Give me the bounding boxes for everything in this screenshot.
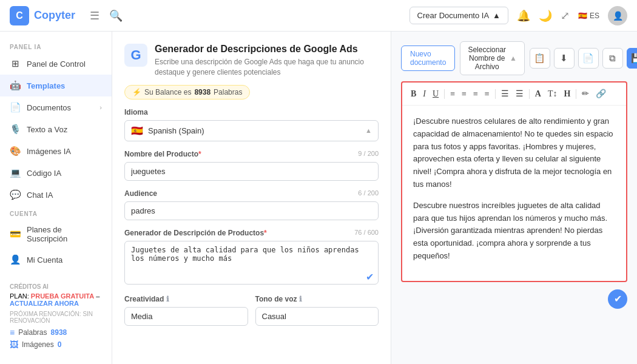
tab-nuevo-documento[interactable]: Nuevo documento [401, 46, 455, 71]
language-select[interactable]: 🇪🇸 Spanish (Spain) ▲ [124, 120, 379, 141]
producto-input[interactable] [124, 162, 379, 181]
ordered-list-button[interactable]: ☰ [499, 87, 511, 100]
desc-textarea[interactable]: Juguetes de alta calidad para que los ni… [124, 241, 379, 285]
share-button[interactable]: 📄 [578, 48, 599, 69]
copy-button[interactable]: 📋 [530, 48, 550, 69]
sidebar-item-imagenes-ia[interactable]: 🎨 Imágenes IA [0, 140, 112, 162]
select-filename-button[interactable]: Seleccionar Nombre de Archivo ▲ [460, 41, 525, 75]
sidebar-item-documentos[interactable]: 📄 Documentos › [0, 96, 112, 118]
crear-doc-label: Crear Documento IA [417, 11, 490, 20]
font-size-button[interactable]: A [533, 88, 544, 100]
sidebar-item-planes[interactable]: 💳 Planes de Suscripción [0, 220, 112, 249]
sidebar: PANEL IA ⊞ Panel de Control 🤖 Templates … [0, 32, 112, 364]
balance-label: Su Balance es [144, 88, 191, 96]
prueba-gratuita-link[interactable]: PRUEBA GRATUITA [31, 292, 94, 300]
align-left-button[interactable]: ≡ [448, 88, 457, 100]
doc-tabs: Nuevo documento [401, 46, 455, 71]
language-flag[interactable]: 🇪🇸 ES [578, 12, 599, 20]
sidebar-label-documentos: Documentos [27, 103, 71, 112]
chat-icon: 💬 [10, 189, 21, 200]
rich-toolbar: B I U ≡ ≡ ≡ ≡ ☰ ☰ A T↕ H ✏ [402, 83, 626, 106]
link-button[interactable]: 🔗 [593, 87, 608, 100]
document-icon: 📄 [10, 102, 21, 113]
editor-toolbar-bar: Nuevo documento Seleccionar Nombre de Ar… [401, 41, 627, 75]
creditos-label: CRÉDITOS AI [10, 283, 102, 290]
grid-icon: ⊞ [10, 58, 21, 69]
bold-button[interactable]: B [408, 88, 419, 100]
lang-flag-icon: 🇪🇸 [131, 125, 143, 136]
expand-icon[interactable]: ⤢ [561, 9, 570, 22]
audience-input[interactable] [124, 201, 379, 220]
heading-button[interactable]: H [561, 88, 573, 100]
plan-links: PLAN: PRUEBA GRATUITA – ACTUALIZAR AHORA [10, 292, 102, 307]
card-icon: 💳 [10, 229, 21, 240]
paragraph-2: Descubre nuestros increíbles juguetes de… [413, 200, 615, 263]
user-avatar[interactable]: 👤 [608, 6, 627, 25]
actualizar-ahora-link[interactable]: ACTUALIZAR AHORA [10, 300, 79, 307]
navbar-right: Crear Documento IA ▲ 🔔 🌙 ⤢ 🇪🇸 ES 👤 [410, 6, 627, 25]
generator-desc: Escribe una descripción de Google Ads qu… [155, 57, 379, 78]
chevron-up-icon: ▲ [510, 54, 517, 62]
underline-button[interactable]: U [430, 88, 441, 100]
toolbar-divider-2 [495, 89, 496, 99]
heading-size-button[interactable]: T↕ [545, 88, 560, 100]
imagenes-credit-row: 🖼 Imágenes 0 [10, 340, 102, 349]
toolbar-divider-3 [529, 89, 530, 99]
download-button[interactable]: ⬇ [554, 48, 575, 69]
sidebar-item-templates[interactable]: 🤖 Templates [0, 75, 112, 96]
app-logo[interactable]: C Copyter [10, 6, 75, 25]
generator-header: G Generador de Descripciones de Google A… [124, 44, 379, 78]
toolbar-divider-1 [444, 89, 445, 99]
align-center-button[interactable]: ≡ [459, 88, 469, 100]
producto-group: Nombre del Producto* 9 / 200 [124, 150, 379, 181]
balance-badge: ⚡ Su Balance es 8938 Palabras [124, 85, 250, 99]
sidebar-item-mi-cuenta[interactable]: 👤 Mi Cuenta [0, 249, 112, 271]
tono-input[interactable] [255, 307, 379, 326]
align-right-button[interactable]: ≡ [471, 88, 480, 100]
sidebar-item-codigo-ia[interactable]: 💻 Código IA [0, 162, 112, 184]
sidebar-item-panel-control[interactable]: ⊞ Panel de Control [0, 53, 112, 75]
lang-code: ES [590, 12, 599, 20]
desc-req: * [264, 229, 267, 237]
chevron-up-icon: ▲ [493, 11, 500, 20]
justify-button[interactable]: ≡ [482, 88, 492, 100]
main-layout: PANEL IA ⊞ Panel de Control 🤖 Templates … [0, 32, 637, 364]
save-button[interactable]: 💾 [627, 48, 637, 69]
logo-name: Copyter [34, 9, 75, 22]
chevron-up-icon: ▲ [365, 127, 372, 134]
hamburger-icon[interactable]: ☰ [90, 9, 99, 22]
moon-icon[interactable]: 🌙 [539, 9, 552, 22]
tono-label: Tono de voz ℹ [255, 295, 379, 303]
select-filename-label: Seleccionar Nombre de Archivo [468, 46, 506, 71]
generator-icon: G [124, 44, 147, 67]
creatividad-input[interactable] [124, 307, 248, 326]
navbar: C Copyter ☰ 🔍 Crear Documento IA ▲ 🔔 🌙 ⤢… [0, 0, 637, 32]
balance-unit: Palabras [214, 88, 242, 96]
producto-char-count: 9 / 200 [358, 150, 379, 157]
sidebar-item-texto-voz[interactable]: 🎙️ Texto a Voz [0, 118, 112, 140]
sidebar-label-planes: Planes de Suscripción [27, 225, 102, 243]
imagenes-label: Imágenes [22, 340, 54, 349]
floating-check-button[interactable]: ✔ [608, 289, 627, 309]
italic-button[interactable]: I [420, 88, 428, 100]
sidebar-label-mi-cuenta: Mi Cuenta [27, 255, 62, 265]
paragraph-1: ¡Descubre nuestros celulares de alto ren… [413, 115, 615, 191]
duplicate-button[interactable]: ⧉ [602, 48, 623, 69]
rich-content[interactable]: ¡Descubre nuestros celulares de alto ren… [402, 106, 626, 281]
desc-textarea-wrap: Juguetes de alta calidad para que los ni… [124, 241, 379, 286]
search-icon[interactable]: 🔍 [109, 9, 123, 22]
plan-sep: – [96, 292, 99, 300]
tono-info-icon[interactable]: ℹ [299, 295, 302, 303]
bell-icon[interactable]: 🔔 [517, 9, 530, 22]
palabras-count: 8938 [51, 328, 67, 337]
creatividad-label: Creatividad ℹ [124, 295, 248, 303]
creatividad-info-icon[interactable]: ℹ [166, 295, 169, 303]
unordered-list-button[interactable]: ☰ [513, 87, 526, 100]
renovacion-label: PRÓXIMA RENOVACIÓN: SIN RENOVACIÓN [10, 311, 102, 324]
idioma-group: Idioma 🇪🇸 Spanish (Spain) ▲ [124, 108, 379, 141]
sidebar-item-chat-ia[interactable]: 💬 Chat IA [0, 184, 112, 206]
crear-doc-button[interactable]: Crear Documento IA ▲ [410, 7, 508, 24]
ai-icon: 🤖 [10, 80, 21, 91]
arrow-right-icon: › [99, 104, 102, 111]
paint-button[interactable]: ✏ [579, 87, 592, 100]
